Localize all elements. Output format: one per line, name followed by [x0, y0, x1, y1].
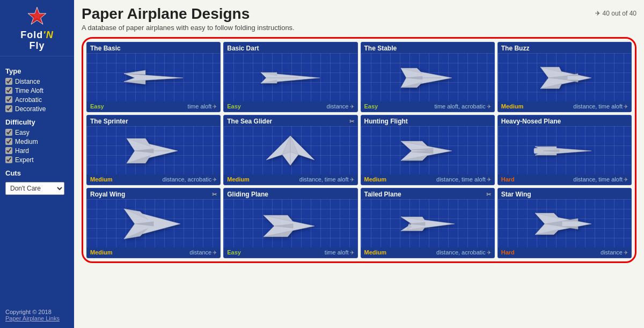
scissors-icon-sea-glider: ✂ — [349, 118, 354, 125]
plane-card-heavy-nosed-plane[interactable]: Heavy-Nosed Plane Hard distance, time al… — [497, 115, 632, 185]
plane-image-basic-dart — [224, 53, 357, 101]
difficulty-the-buzz: Medium — [501, 103, 524, 110]
plane-card-gliding-plane[interactable]: Gliding Plane Easy time aloft ✈ — [223, 188, 357, 258]
plane-card-title-the-basic: The Basic — [87, 42, 220, 53]
checkbox-time-aloft[interactable] — [5, 87, 12, 94]
tags-the-stable: time aloft, acrobatic ✈ — [434, 103, 491, 110]
plane-card-the-sea-glider[interactable]: The Sea Glider ✂ Medium distance, time a… — [223, 115, 357, 185]
logo-fly: Fly — [29, 40, 45, 51]
tags-tailed-plane: distance, acrobatic ✈ — [436, 249, 491, 256]
plane-card-footer-the-sea-glider: Medium distance, time aloft ✈ — [224, 174, 357, 185]
checkbox-easy[interactable] — [5, 129, 12, 136]
plane-card-title-tailed-plane: Tailed Plane ✂ — [361, 188, 494, 199]
checkbox-expert[interactable] — [5, 156, 12, 163]
logo-area[interactable]: Fold'NFly — [0, 0, 74, 56]
plane-card-footer-tailed-plane: Medium distance, acrobatic ✈ — [361, 247, 494, 258]
difficulty-the-basic: Easy — [90, 103, 104, 110]
tailed-plane-label: Tailed Plane — [364, 191, 401, 198]
filter-hard-label: Hard — [15, 147, 29, 155]
logo-n: 'N — [43, 30, 53, 40]
tags-the-sea-glider: distance, time aloft ✈ — [299, 176, 354, 183]
plane-image-tailed-plane — [361, 199, 494, 247]
plane-card-hunting-flight[interactable]: Hunting Flight Medium distance, time alo… — [361, 115, 495, 185]
difficulty-royal-wing: Medium — [90, 249, 113, 256]
plane-image-gliding-plane — [224, 199, 357, 247]
filter-easy-label: Easy — [15, 129, 30, 136]
plane-card-footer-gliding-plane: Easy time aloft ✈ — [224, 247, 357, 258]
footer-copyright: Copyright © 2018 — [5, 309, 69, 315]
plane-card-tailed-plane[interactable]: Tailed Plane ✂ Medium distance, acrobati… — [361, 188, 495, 258]
plane-grid: The Basic Easy time aloft ✈ Basic — [86, 42, 632, 258]
plane-image-star-wing — [498, 199, 631, 247]
plane-card-title-heavy-nosed-plane: Heavy-Nosed Plane — [498, 115, 631, 126]
tags-star-wing: distance ✈ — [601, 249, 628, 256]
type-section-title: Type — [5, 67, 69, 75]
plane-card-the-basic[interactable]: The Basic Easy time aloft ✈ — [86, 42, 221, 112]
plane-card-royal-wing[interactable]: Royal Wing ✂ Medium distance ✈ — [86, 188, 221, 258]
logo-star-icon — [26, 5, 48, 28]
page-subtitle: A database of paper airplanes with easy … — [82, 24, 636, 32]
plane-card-the-sprinter[interactable]: The Sprinter Medium distance, acrobatic … — [86, 115, 221, 185]
filter-time-aloft[interactable]: Time Aloft — [5, 87, 69, 94]
plane-card-footer-basic-dart: Easy distance ✈ — [224, 101, 357, 112]
difficulty-gliding-plane: Easy — [227, 249, 241, 256]
filter-decorative[interactable]: Decorative — [5, 105, 69, 113]
filter-acrobatic[interactable]: Acrobatic — [5, 96, 69, 104]
plane-card-title-the-stable: The Stable — [361, 42, 494, 53]
difficulty-hunting-flight: Medium — [364, 176, 387, 183]
plane-image-royal-wing — [87, 199, 220, 247]
filter-expert[interactable]: Expert — [5, 156, 69, 164]
plane-image-the-basic — [87, 53, 220, 101]
plane-card-title-hunting-flight: Hunting Flight — [361, 115, 494, 126]
difficulty-star-wing: Hard — [501, 249, 515, 256]
result-count: ✈ 40 out of 40 — [595, 10, 636, 17]
plane-card-star-wing[interactable]: Star Wing Hard distance ✈ — [497, 188, 632, 258]
plane-image-the-buzz — [498, 53, 631, 101]
checkbox-medium[interactable] — [5, 138, 12, 145]
cuts-select[interactable]: Don't Care No Cuts With Cuts — [5, 182, 64, 195]
plane-card-the-stable[interactable]: The Stable Easy time aloft, acrobatic ✈ — [361, 42, 495, 112]
plane-image-heavy-nosed-plane — [498, 126, 631, 174]
logo-fold: Fold — [20, 30, 43, 40]
plane-image-the-stable — [361, 53, 494, 101]
footer-link[interactable]: Paper Airplane Links — [5, 315, 60, 322]
filter-easy[interactable]: Easy — [5, 129, 69, 136]
filter-acrobatic-label: Acrobatic — [15, 96, 42, 104]
tags-royal-wing: distance ✈ — [189, 249, 217, 256]
filter-distance[interactable]: Distance — [5, 78, 69, 85]
plane-card-footer-royal-wing: Medium distance ✈ — [87, 247, 220, 258]
plane-card-the-buzz[interactable]: The Buzz Medium distance, time aloft ✈ — [497, 42, 632, 112]
filter-hard[interactable]: Hard — [5, 147, 69, 155]
svg-marker-2 — [124, 74, 183, 82]
plane-card-footer-the-stable: Easy time aloft, acrobatic ✈ — [361, 101, 494, 112]
plane-card-title-gliding-plane: Gliding Plane — [224, 188, 357, 199]
plane-card-footer-the-sprinter: Medium distance, acrobatic ✈ — [87, 174, 220, 185]
plane-card-basic-dart[interactable]: Basic Dart Easy distance ✈ — [223, 42, 357, 112]
plane-card-footer-the-buzz: Medium distance, time aloft ✈ — [498, 101, 631, 112]
plane-card-footer-the-basic: Easy time aloft ✈ — [87, 101, 220, 112]
tags-heavy-nosed-plane: distance, time aloft ✈ — [573, 176, 628, 183]
tags-gliding-plane: time aloft ✈ — [325, 249, 354, 256]
difficulty-heavy-nosed-plane: Hard — [501, 176, 515, 183]
plane-card-title-the-sprinter: The Sprinter — [87, 115, 220, 126]
plane-card-title-star-wing: Star Wing — [498, 188, 631, 199]
filter-medium[interactable]: Medium — [5, 138, 69, 145]
plane-card-title-the-sea-glider: The Sea Glider ✂ — [224, 115, 357, 126]
plane-card-footer-heavy-nosed-plane: Hard distance, time aloft ✈ — [498, 174, 631, 185]
page-header: Paper Airplane Designs ✈ 40 out of 40 A … — [82, 5, 636, 32]
checkbox-hard[interactable] — [5, 147, 12, 154]
checkbox-decorative[interactable] — [5, 105, 12, 112]
tags-the-buzz: distance, time aloft ✈ — [573, 103, 628, 110]
svg-marker-28 — [401, 141, 452, 161]
sidebar: Fold'NFly Type Distance Time Aloft Acrob… — [0, 0, 74, 328]
filter-decorative-label: Decorative — [15, 105, 46, 113]
plane-image-the-sea-glider — [224, 126, 357, 174]
difficulty-section-title: Difficulty — [5, 118, 69, 126]
scissors-icon-royal-wing: ✂ — [212, 191, 217, 198]
checkbox-acrobatic[interactable] — [5, 96, 12, 103]
checkbox-distance[interactable] — [5, 78, 12, 85]
filter-time-aloft-label: Time Aloft — [15, 87, 43, 94]
tags-the-basic: time aloft ✈ — [188, 103, 217, 110]
difficulty-the-sea-glider: Medium — [227, 176, 250, 183]
tags-the-sprinter: distance, acrobatic ✈ — [163, 176, 217, 183]
